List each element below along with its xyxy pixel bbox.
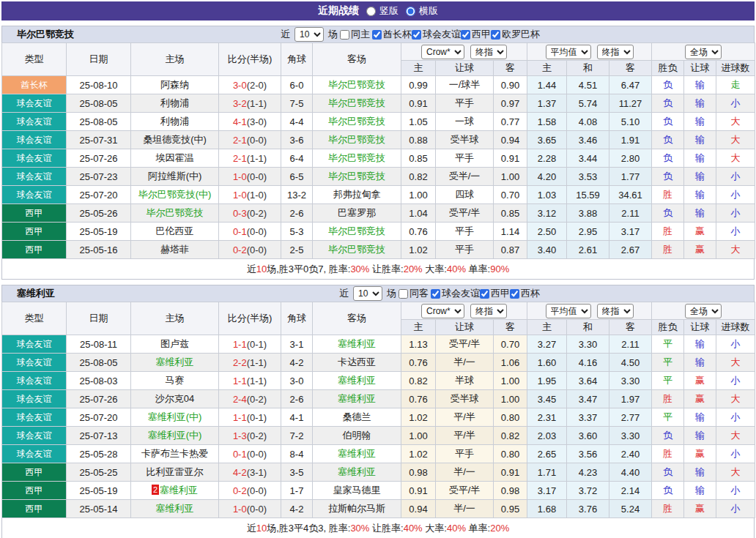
home-odds: 0.98 <box>401 463 436 482</box>
score-cell: 2-1(1-1) <box>219 149 281 168</box>
same-venue-checkbox[interactable] <box>340 30 349 40</box>
league-checkbox[interactable] <box>412 30 421 40</box>
league-filter-1[interactable]: 球会友谊 <box>412 28 461 41</box>
league-badge: 西甲 <box>2 482 67 500</box>
league-filter-0[interactable]: 球会友谊 <box>431 287 480 300</box>
league-badge: 球会友谊 <box>2 372 67 390</box>
home-team: 塞维利亚(中) <box>131 408 219 427</box>
result-goals: 小 <box>716 335 755 354</box>
same-venue-filter[interactable]: 同客 <box>399 287 429 300</box>
league-badge: 球会友谊 <box>2 445 67 463</box>
layout-radio-horizontal-input[interactable] <box>406 7 415 16</box>
league-checkbox[interactable] <box>431 289 440 299</box>
summary-part: 30% <box>350 264 369 274</box>
result-goals: 大 <box>716 113 755 131</box>
recent-count-select[interactable]: 10 <box>294 27 324 42</box>
col-header-corner: 角球 <box>281 43 313 76</box>
bookmaker-select[interactable]: Crow* <box>421 45 464 59</box>
sub-header-handicap-result: 让球 <box>684 320 716 335</box>
result-goals: 小 <box>716 372 755 390</box>
fulltime-score: 3-0 <box>233 80 247 91</box>
avg-home-odds: 2.31 <box>527 408 567 427</box>
league-checkbox[interactable] <box>372 30 382 40</box>
table-row: 球会友谊25-07-31桑坦德竞技(中)2-1(0-0)3-6毕尔巴鄂竞技0.8… <box>2 131 755 149</box>
final-index-select[interactable]: 终指 <box>597 45 634 59</box>
home-team-name: 塞维利亚 <box>156 503 194 514</box>
home-team: 埃因霍温 <box>131 149 219 168</box>
corner-score: 5-3 <box>281 223 313 241</box>
result-handicap: 赢 <box>684 241 716 259</box>
handicap-line: 受平/半 <box>436 482 494 500</box>
away-team: 伯明翰 <box>313 427 401 445</box>
corner-score: 7-5 <box>281 94 313 113</box>
average-odds-select[interactable]: 平均值 <box>546 304 591 318</box>
match-date: 25-05-28 <box>67 445 131 463</box>
handicap-line: 平/半 <box>436 427 494 445</box>
avg-draw-odds: 3.47 <box>567 390 609 408</box>
fulltime-score: 2-4 <box>233 394 247 405</box>
league-filter-2[interactable]: 西甲 <box>461 28 491 41</box>
sub-header-avg-away: 客 <box>609 320 652 335</box>
table-row: 球会友谊25-07-23阿拉维斯(中)1-0(0-0)6-5毕尔巴鄂竞技0.82… <box>2 168 755 186</box>
same-venue-checkbox[interactable] <box>399 289 408 299</box>
result-wdl: 负 <box>652 131 684 149</box>
final-index-select[interactable]: 终指 <box>470 304 507 318</box>
summary-part: 40% <box>447 264 466 274</box>
result-goals: 小 <box>716 223 755 241</box>
league-filter-1[interactable]: 西甲 <box>480 287 510 300</box>
layout-radio-horizontal[interactable]: 横版 <box>406 4 438 18</box>
team-title-bar: 毕尔巴鄂竞技 近 10 场 同主 酋长杯球会友谊西甲欧罗巴杯 <box>1 26 755 42</box>
score-cell: 0-1(0-0) <box>219 223 281 241</box>
same-venue-filter[interactable]: 同主 <box>340 28 370 41</box>
league-badge: 球会友谊 <box>2 131 67 149</box>
avg-draw-odds: 4.16 <box>567 354 609 372</box>
handicap-line: 半/一 <box>436 500 494 518</box>
average-odds-select[interactable]: 平均值 <box>546 45 591 59</box>
summary-part: 让胜率: <box>369 522 403 535</box>
avg-away-odds: 4.50 <box>609 354 652 372</box>
fulltime-scope-select[interactable]: 全场 <box>685 45 722 59</box>
avg-draw-odds: 3.60 <box>567 427 609 445</box>
fulltime-scope-select[interactable]: 全场 <box>685 304 722 318</box>
bookmaker-select[interactable]: Crow* <box>421 304 464 318</box>
halftime-score: (0-0) <box>247 504 267 515</box>
avg-away-odds: 5.24 <box>609 500 652 518</box>
league-checkbox[interactable] <box>461 30 470 40</box>
league-checkbox[interactable] <box>480 289 489 299</box>
league-checkbox[interactable] <box>510 289 519 299</box>
recent-count-select[interactable]: 10 <box>353 286 382 301</box>
halftime-score: (0-2) <box>247 430 267 441</box>
table-row: 酋长杯25-08-10阿森纳3-0(2-0)6-0毕尔巴鄂竞技0.99一/球半0… <box>2 76 755 94</box>
corner-score: 2-6 <box>281 204 313 223</box>
final-index-select[interactable]: 终指 <box>470 45 507 59</box>
handicap-line: 受半球 <box>436 131 494 149</box>
league-checkbox[interactable] <box>491 30 500 40</box>
halftime-score: (0-0) <box>247 226 267 237</box>
halftime-score: (3-0) <box>247 116 267 127</box>
fulltime-score: 0-2 <box>233 485 247 496</box>
layout-radio-vertical-input[interactable] <box>366 7 376 16</box>
result-wdl: 平 <box>652 354 684 372</box>
match-date: 25-07-23 <box>67 168 131 186</box>
handicap-line: 受平/半 <box>436 335 494 354</box>
handicap-line: 平手 <box>436 241 494 259</box>
matches-table: 类型 日期 主场 比分(半场) 角球 客场 Crow*终指 平均值终指 全场 主… <box>1 302 755 518</box>
league-filter-2[interactable]: 西杯 <box>510 287 540 300</box>
score-cell: 1-0(1-0) <box>219 186 281 204</box>
away-team: 塞维利亚 <box>313 335 401 354</box>
red-card-badge: 2 <box>152 485 159 495</box>
col-header-away: 客场 <box>313 43 401 76</box>
sub-header-goals: 进球数 <box>716 61 755 76</box>
final-index-select[interactable]: 终指 <box>597 304 634 318</box>
avg-home-odds: 1.68 <box>527 500 567 518</box>
odds-select-group: Crow*终指 <box>401 43 527 61</box>
league-filter-0[interactable]: 酋长杯 <box>372 28 412 41</box>
handicap-line: 一球 <box>436 113 494 131</box>
layout-radio-vertical[interactable]: 竖版 <box>366 4 399 18</box>
home-team-name: 赫塔菲 <box>160 244 189 255</box>
corner-score: 1-7 <box>281 482 313 500</box>
fulltime-score: 0-1 <box>233 226 247 237</box>
avg-draw-odds: 2.61 <box>567 241 609 259</box>
fulltime-score: 0-2 <box>233 244 247 255</box>
league-filter-3[interactable]: 欧罗巴杯 <box>491 28 540 41</box>
